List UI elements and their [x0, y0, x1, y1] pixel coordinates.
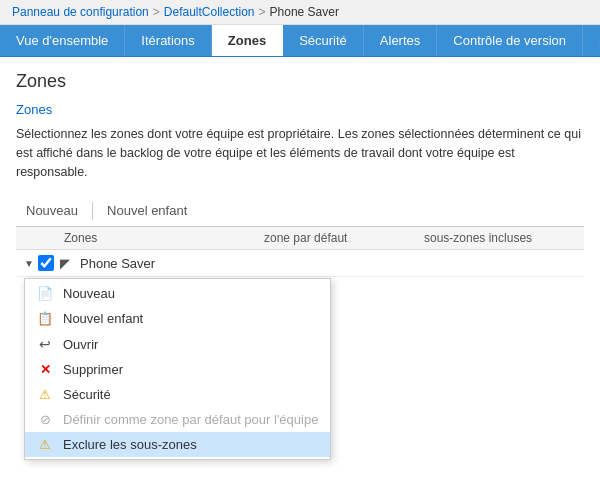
page-title: Zones	[16, 71, 584, 92]
tab-overview[interactable]: Vue d'ensemble	[0, 25, 125, 56]
menu-delete-icon: ✕	[37, 362, 53, 377]
menu-label-new: Nouveau	[63, 286, 115, 301]
zones-section-link[interactable]: Zones	[16, 102, 584, 117]
menu-item-new[interactable]: 📄 Nouveau	[25, 281, 330, 306]
menu-label-open: Ouvrir	[63, 337, 98, 352]
menu-label-child: Nouvel enfant	[63, 311, 143, 326]
menu-label-set-default: Définir comme zone par défaut pour l'équ…	[63, 412, 318, 427]
tab-security[interactable]: Sécurité	[283, 25, 364, 56]
menu-default-zone-icon: ⊘	[37, 412, 53, 427]
breadcrumb-sep2: >	[259, 5, 266, 19]
row-checkbox[interactable]	[38, 255, 54, 271]
menu-security-icon: ⚠	[37, 387, 53, 402]
breadcrumb-link-control-panel[interactable]: Panneau de configuration	[12, 5, 149, 19]
menu-item-exclude-sub[interactable]: ⚠ Exclure les sous-zones	[25, 432, 330, 457]
row-folder-icon: ◤	[60, 256, 74, 271]
breadcrumb-current: Phone Saver	[270, 5, 339, 19]
tab-zones[interactable]: Zones	[212, 25, 283, 56]
table-row[interactable]: ▼ ◤ Phone Saver 📄 Nouveau 📋 Nouvel enfan…	[16, 250, 584, 277]
breadcrumb-link-collection[interactable]: DefaultCollection	[164, 5, 255, 19]
tab-version-control[interactable]: Contrôle de version	[437, 25, 583, 56]
table-header: Zones zone par défaut sous-zones incluse…	[16, 227, 584, 250]
menu-item-security[interactable]: ⚠ Sécurité	[25, 382, 330, 407]
nav-tabs: Vue d'ensemble Itérations Zones Sécurité…	[0, 25, 600, 57]
menu-label-security: Sécurité	[63, 387, 111, 402]
menu-exclude-icon: ⚠	[37, 437, 53, 452]
col-header-default: zone par défaut	[264, 231, 424, 245]
menu-label-delete: Supprimer	[63, 362, 123, 377]
col-header-zones: Zones	[24, 231, 264, 245]
menu-new-icon: 📄	[37, 286, 53, 301]
menu-item-delete[interactable]: ✕ Supprimer	[25, 357, 330, 382]
row-expand-arrow[interactable]: ▼	[24, 258, 38, 269]
toolbar: Nouveau Nouvel enfant	[16, 195, 584, 227]
breadcrumb-sep1: >	[153, 5, 160, 19]
context-menu: 📄 Nouveau 📋 Nouvel enfant ↩ Ouvrir ✕ Sup…	[24, 278, 331, 460]
menu-child-icon: 📋	[37, 311, 53, 326]
breadcrumb: Panneau de configuration > DefaultCollec…	[0, 0, 600, 25]
new-button[interactable]: Nouveau	[16, 199, 88, 222]
menu-item-set-default[interactable]: ⊘ Définir comme zone par défaut pour l'é…	[25, 407, 330, 432]
zones-description: Sélectionnez les zones dont votre équipe…	[16, 125, 584, 181]
menu-label-exclude-sub: Exclure les sous-zones	[63, 437, 197, 452]
menu-item-open[interactable]: ↩ Ouvrir	[25, 331, 330, 357]
row-name-phone-saver: Phone Saver	[80, 256, 576, 271]
tab-serv[interactable]: Servi...	[583, 25, 600, 56]
tab-alerts[interactable]: Alertes	[364, 25, 437, 56]
col-header-sub: sous-zones incluses	[424, 231, 576, 245]
page-content: Zones Zones Sélectionnez les zones dont …	[0, 57, 600, 291]
new-child-button[interactable]: Nouvel enfant	[97, 199, 197, 222]
tab-iterations[interactable]: Itérations	[125, 25, 211, 56]
menu-open-icon: ↩	[37, 336, 53, 352]
menu-item-child[interactable]: 📋 Nouvel enfant	[25, 306, 330, 331]
toolbar-separator	[92, 202, 93, 220]
